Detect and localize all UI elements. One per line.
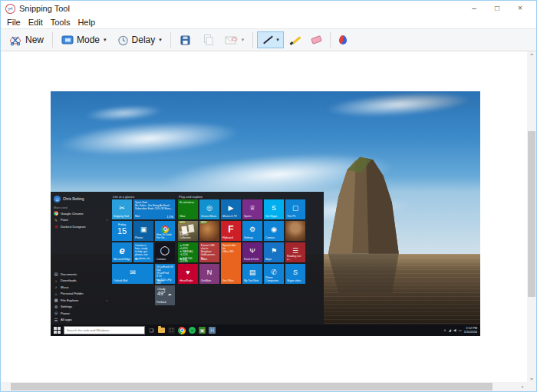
start-button[interactable] xyxy=(54,327,61,334)
menu-tools[interactable]: Tools xyxy=(47,18,74,27)
send-snip-button[interactable]: ▾ xyxy=(220,32,249,48)
tile-settings[interactable]: ⚙Settings xyxy=(242,221,262,241)
get-skype-icon: S xyxy=(264,199,284,216)
vertical-scrollbar[interactable]: ⌃ ⌄ xyxy=(527,51,536,382)
tile-this-pc[interactable]: ▢This PC xyxy=(285,199,305,219)
save-button[interactable] xyxy=(175,31,196,49)
chrome-icon xyxy=(161,226,169,233)
chevron-down-icon[interactable]: ▾ xyxy=(242,37,245,43)
tile-my-test-note[interactable]: ▤My Test Note xyxy=(242,264,262,284)
most-used-darkest-dungeon[interactable]: ◼Darkest Dungeon xyxy=(54,223,107,230)
tile-money[interactable]: ▲ DOW +0.41%▼ NASDAQ −0.12%▲ S&P 500 +0.… xyxy=(178,242,198,262)
tile-camera[interactable]: ◉Camera xyxy=(264,221,284,241)
task-view-icon[interactable]: ❏ xyxy=(148,327,155,334)
scroll-right-arrow[interactable]: › xyxy=(518,382,527,391)
tile-mail[interactable]: Sport ChekRe: Sales – For Being An Email… xyxy=(133,199,175,219)
horizontal-scroll-thumb[interactable] xyxy=(11,383,493,390)
horizontal-scrollbar[interactable]: › xyxy=(1,382,527,391)
food-drink-icon: Ψ xyxy=(242,242,262,259)
tile-photo[interactable] xyxy=(285,221,305,241)
tile-twitter[interactable]: @CanExod US had@CanProd 4:7dtop 7:00 a F… xyxy=(155,264,175,284)
network-icon[interactable]: ◢ xyxy=(448,328,450,332)
most-used-google-chrome[interactable]: Google Chrome xyxy=(54,210,107,217)
place-all-apps[interactable]: ☰All apps xyxy=(54,317,107,324)
tile-6k[interactable]: Cortana is here, readyto help: get photo… xyxy=(133,242,153,262)
chevron-up-icon[interactable]: ∧ xyxy=(443,328,446,332)
new-button[interactable]: New xyxy=(5,31,48,49)
chrome-icon[interactable] xyxy=(178,327,186,334)
tile-news[interactable]: Former CBS chat inBenghazi:Gaffe proves … xyxy=(199,242,219,262)
tile-cortana[interactable]: ◯Cortana xyxy=(155,242,175,262)
tile-photo[interactable]: NEW xyxy=(199,221,219,241)
delay-button[interactable]: Delay ▾ xyxy=(113,31,166,49)
tile-sports[interactable]: ♕Sports xyxy=(242,199,262,219)
place-downloads[interactable]: ↓Downloads xyxy=(54,278,107,285)
store-icon[interactable]: ⛶ xyxy=(168,327,175,334)
spotify-icon[interactable]: ≈ xyxy=(189,327,196,334)
chevron-down-icon[interactable]: ▾ xyxy=(104,37,107,43)
menu-edit[interactable]: Edit xyxy=(25,18,47,27)
captured-snip: ☺ Chris Stobing Most used Google Chrome✎… xyxy=(51,91,480,336)
place-documents[interactable]: ▤Documents xyxy=(54,271,107,278)
tile-flipboard[interactable]: FFlipboard xyxy=(221,221,241,241)
eraser-button[interactable] xyxy=(307,34,326,46)
chevron-down-icon[interactable]: ▾ xyxy=(159,37,162,43)
tile-calendar[interactable]: Friday15 xyxy=(112,221,132,241)
tile-portland[interactable]: Cloudy49°☁Portland xyxy=(155,285,175,305)
tile-label: Microsoft Edge xyxy=(114,259,131,262)
flipboard-icon: F xyxy=(221,221,241,237)
place-power[interactable]: ⊙Power xyxy=(54,310,107,317)
place-settings[interactable]: ⚙Settings xyxy=(54,304,107,311)
tile-groove-music[interactable]: ◎Groove Music xyxy=(199,199,219,219)
place-label: All apps xyxy=(61,318,72,321)
file-explorer-icon[interactable] xyxy=(158,328,165,333)
tile-how-to-geek-for-ge[interactable]: How To Geek For Ge… xyxy=(155,221,175,241)
tile-photos[interactable]: ▣Photos xyxy=(133,221,153,241)
tile-phone-companion[interactable]: ✆Phone Companion xyxy=(264,264,284,284)
tile-reading-list-a[interactable]: ☰Reading List a… xyxy=(285,242,305,262)
place-file-explorer[interactable]: ▦File Explorer› xyxy=(54,297,107,304)
tile-iheartradio[interactable]: ♥iHeartRadio xyxy=(178,264,198,284)
volume-icon[interactable]: ◀ xyxy=(453,328,456,332)
mode-button[interactable]: Mode ▾ xyxy=(57,31,111,48)
tile-get-office[interactable]: Special offer forOffice 365Get Office xyxy=(221,242,241,284)
place-personal-folder[interactable]: ⌂Personal Folder xyxy=(54,291,107,298)
menu-file[interactable]: File xyxy=(3,18,25,27)
scroll-down-arrow[interactable]: ⌄ xyxy=(527,373,536,382)
clock[interactable]: 2:12 PM 1/15/2016 xyxy=(464,327,477,334)
documents-icon: ▤ xyxy=(54,272,58,276)
tile-microsoft-solitaire-collection[interactable]: NEWMicrosoft Solitaire Collection xyxy=(178,221,198,241)
maximize-button[interactable]: □ xyxy=(486,1,509,16)
copy-button[interactable] xyxy=(197,31,219,49)
close-button[interactable]: × xyxy=(509,1,532,16)
chevron-down-icon[interactable]: ▾ xyxy=(276,37,279,43)
tile-movies-tv[interactable]: ▶Movies & TV xyxy=(221,199,241,219)
minimize-button[interactable]: – xyxy=(463,1,486,16)
ink-color-button[interactable] xyxy=(334,32,351,48)
most-used-label: Google Chrome xyxy=(61,212,84,216)
tile-food-drink[interactable]: ΨFood & Drink xyxy=(242,242,262,262)
tile-live-text: Special offer forOffice 365 xyxy=(222,244,239,253)
tile-xbox[interactable]: Hi, ad interusXbox xyxy=(178,199,198,219)
action-center-icon[interactable]: ▭ xyxy=(458,328,461,332)
scroll-up-arrow[interactable]: ⌃ xyxy=(527,51,536,61)
tile-maps[interactable]: ⚑Maps xyxy=(264,242,284,262)
place-music[interactable]: ♪Music xyxy=(54,284,107,291)
highlighter-button[interactable] xyxy=(285,31,305,48)
tile-microsoft-edge[interactable]: eMicrosoft Edge xyxy=(112,242,132,262)
tile-get-skype[interactable]: SGet Skype xyxy=(264,199,284,219)
pinned-app-h-icon[interactable]: H xyxy=(209,327,216,334)
pen-button[interactable]: ▾ xyxy=(257,31,284,48)
most-used-paint[interactable]: ✎Paint› xyxy=(54,217,107,224)
tile-onenote[interactable]: NOneNote xyxy=(199,264,219,284)
tile-snipping-tool[interactable]: ✂Snipping Tool xyxy=(112,199,132,219)
search-input[interactable] xyxy=(64,326,145,334)
tile-skype-video[interactable]: SSkype video xyxy=(285,264,305,284)
vertical-scroll-thumb[interactable] xyxy=(528,131,535,297)
tile-text-line: Former CBS chat in xyxy=(201,244,218,250)
user-row[interactable]: ☺ Chris Stobing xyxy=(54,194,107,204)
tile-outlook-mail[interactable]: ✉Outlook Mail xyxy=(112,264,153,284)
tile-label: Phone Companion xyxy=(265,277,283,283)
menu-help[interactable]: Help xyxy=(74,18,99,27)
pinned-green-app-icon[interactable]: ▣ xyxy=(199,327,206,334)
